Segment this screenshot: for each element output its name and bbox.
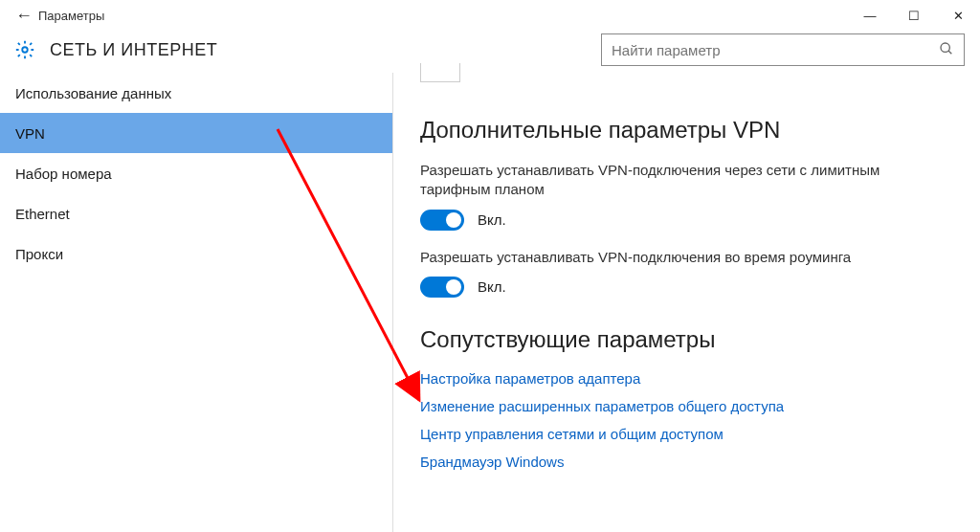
content-pane: Дополнительные параметры VPN Разрешать у…: [392, 73, 980, 532]
setting-roaming-label: Разрешать устанавливать VPN-подключения …: [420, 248, 918, 267]
sidebar-item-ethernet[interactable]: Ethernet: [0, 193, 392, 233]
close-button[interactable]: ✕: [936, 0, 980, 31]
header: СЕТЬ И ИНТЕРНЕТ: [0, 31, 980, 73]
sidebar-item-dialup[interactable]: Набор номера: [0, 153, 392, 193]
heading-vpn-advanced: Дополнительные параметры VPN: [420, 117, 953, 144]
back-button[interactable]: ←: [10, 6, 38, 26]
toggle-roaming[interactable]: [420, 277, 464, 298]
gear-icon: [13, 38, 36, 61]
minimize-button[interactable]: —: [848, 0, 892, 31]
sidebar-item-proxy[interactable]: Прокси: [0, 233, 392, 274]
heading-related: Сопутствующие параметры: [420, 326, 953, 353]
toggle-roaming-state: Вкл.: [478, 278, 506, 295]
svg-point-0: [22, 47, 28, 53]
window-controls: — ☐ ✕: [848, 0, 980, 31]
titlebar: ← Параметры: [0, 0, 980, 31]
setting-metered-label: Разрешать устанавливать VPN-подключения …: [420, 161, 918, 200]
add-vpn-stub[interactable]: [420, 63, 460, 82]
maximize-button[interactable]: ☐: [892, 0, 936, 31]
toggle-metered-state: Вкл.: [478, 211, 506, 228]
svg-line-2: [948, 51, 951, 54]
link-firewall[interactable]: Брандмауэр Windows: [420, 454, 953, 470]
window-title: Параметры: [38, 9, 104, 23]
link-network-center[interactable]: Центр управления сетями и общим доступом: [420, 426, 953, 442]
sidebar: Использование данных VPN Набор номера Et…: [0, 73, 392, 532]
search-box[interactable]: [601, 33, 965, 66]
search-input[interactable]: [612, 42, 939, 58]
section-title: СЕТЬ И ИНТЕРНЕТ: [50, 40, 217, 60]
svg-point-1: [941, 43, 949, 52]
sidebar-item-data-usage[interactable]: Использование данных: [0, 73, 392, 113]
link-adapter-settings[interactable]: Настройка параметров адаптера: [420, 370, 953, 387]
sidebar-item-vpn[interactable]: VPN: [0, 113, 392, 153]
search-icon: [939, 41, 954, 59]
link-advanced-sharing[interactable]: Изменение расширенных параметров общего …: [420, 398, 953, 414]
toggle-metered[interactable]: [420, 210, 464, 231]
